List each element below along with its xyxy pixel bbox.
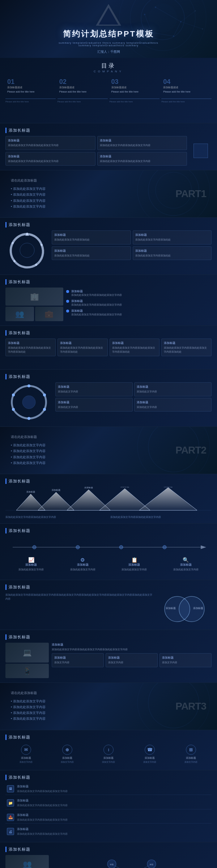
toc-num-3: 03: [111, 78, 119, 85]
slide11-content: 💻 📱 添加标题 添加此处添加文字内容添加此处添加文字内容添加此处添加文字内容 …: [5, 643, 212, 678]
slide9-icon-1: 📈: [18, 557, 44, 563]
svg-text:添加标题: 添加标题: [166, 607, 176, 609]
slide7-label-4: 添加标题 添加此处文字内容: [134, 398, 212, 412]
slide11-bottom: 添加标题 添加文字内容 添加标题 添加文字内容 添加标题 添加文字内容: [52, 653, 212, 667]
slide13-row-4: 🖨 添加标题 添加此处添加文字内容添加此处添加文字内容: [5, 826, 212, 838]
slide9-item-3: 📋 添加标题 添加此处添加文字内容: [122, 557, 147, 572]
slide6-title: 添加长标题: [5, 330, 212, 336]
svg-line-3: [156, 7, 181, 22]
slide12-icons: ✉ 添加标题 添加文字内容 ⊕ 添加标题 添加文字内容 ↕ 添加标题 添加文字内…: [5, 743, 212, 766]
slide8-title: 添加长标题: [5, 478, 212, 484]
slide-5: 添加长标题 🏢 👥 💼 添加标题 添加此处添加文字内容添加此处添加文字内容: [0, 275, 217, 326]
part3-add-title: 请在此处添加标题: [11, 691, 177, 695]
svg-marker-36: [139, 488, 197, 510]
svg-point-28: [12, 393, 15, 396]
slide7-title: 添加长标题: [5, 374, 212, 379]
slide-title: 简约计划总结PPT模板 summary templateGraduation t…: [0, 0, 217, 58]
slide11-photo-2: 📱: [5, 664, 49, 678]
svg-point-27: [12, 408, 15, 411]
part2-left: 请在此处添加标题 • 添加此处添加文字内容 • 添加此处添加文字内容 • 添加此…: [11, 435, 177, 466]
svg-point-13: [202, 29, 203, 30]
part3-left: 请在此处添加标题 • 添加此处添加文字内容 • 添加此处添加文字内容 • 添加此…: [11, 691, 177, 722]
svg-text:添加标题: 添加标题: [84, 487, 93, 489]
slide9-title: 添加长标题: [5, 528, 212, 533]
slide9-item-1: 📈 添加标题 添加此处添加文字内容: [18, 557, 44, 572]
slide12-item-1: ✉ 添加标题 添加文字内容: [5, 745, 47, 764]
part1-right: PART1: [177, 188, 206, 200]
slide7-label-1: 添加标题 添加此处文字内容: [55, 382, 133, 396]
slide11-box-2: 添加标题 添加文字内容: [106, 653, 158, 667]
slide-11: 添加长标题 💻 📱 添加标题 添加此处添加文字内容添加此处添加文字内容添加此处添…: [0, 630, 217, 682]
slide4-item-1: 添加标题 添加此处添加文字内容添加此处: [52, 230, 131, 244]
part2-divider: 请在此处添加标题 • 添加此处添加文字内容 • 添加此处添加文字内容 • 添加此…: [0, 427, 217, 474]
svg-text:添加标题: 添加标题: [52, 489, 60, 491]
part3-label: PART3: [175, 701, 206, 712]
slide11-texts: 添加标题 添加此处添加文字内容添加此处添加文字内容添加此处添加文字内容 添加标题…: [52, 643, 212, 678]
toc-item-2: 02 添加标题描述 Please add the title here: [58, 77, 108, 95]
part2-add-title: 请在此处添加标题: [11, 435, 177, 439]
slide9-item-4: 🔍 添加标题 添加此处添加文字内容: [173, 557, 199, 572]
toc-num-2: 02: [59, 78, 67, 85]
slide10-text: 添加此处添加文字内容添加此处添加文字内容添加此处添加文字内容添加此处添加文字内容…: [5, 593, 154, 625]
part1-bullets: • 添加此处添加文字内容 • 添加此处添加文字内容 • 添加此处添加文字内容 •…: [11, 186, 177, 209]
part1-divider: 请在此处添加标题 • 添加此处添加文字内容 • 添加此处添加文字内容 • 添加此…: [0, 170, 217, 217]
slide-3: 添加长标题 添加标题 添加此处添加文字内容添加此处添加文字内容 添加标题 添加此…: [0, 123, 217, 170]
slide-toc: 目录 COMPANY 01 添加标题描述 Please add the titl…: [0, 58, 217, 123]
toc-label-4: 添加标题描述: [163, 86, 178, 89]
slide6-item-4: 添加标题 添加此处添加文字内容添加此处添加文字内容添加此处: [161, 339, 212, 356]
svg-point-23: [27, 384, 30, 387]
svg-point-45: [33, 545, 36, 549]
slide12-item-3: ↕ 添加标题 添加文字内容: [88, 745, 129, 764]
svg-line-16: [181, 22, 203, 29]
slide8-text-2: 添加此处添加文字内容添加此处添加文字内容: [110, 515, 212, 519]
svg-line-15: [181, 11, 195, 22]
part2-bullets: • 添加此处添加文字内容 • 添加此处添加文字内容 • 添加此处添加文字内容 •…: [11, 442, 177, 466]
slide8-content: 添加标题 添加标题 添加标题 添加标题 添加标题 添加此处添加文字内容添加此处添…: [5, 487, 212, 519]
slide5-texts: 添加标题 添加此处添加文字内容添加此处添加文字内容 添加标题 添加此处添加文字内…: [66, 288, 212, 321]
svg-marker-44: [201, 545, 206, 549]
toc-placeholder-3: Please add the title here: [111, 90, 139, 93]
slide5-title: 添加长标题: [5, 279, 212, 285]
title-triangle: [96, 4, 121, 26]
slide3-diagram: [193, 144, 208, 158]
slide13-row-2: 📁 添加标题 添加此处添加文字内容添加此处添加文字内容: [5, 797, 212, 809]
svg-point-7: [155, 7, 156, 8]
slide3-box-3: 添加标题 添加此处添加文字内容添加此处添加文字内容: [5, 152, 95, 166]
svg-marker-33: [38, 492, 74, 510]
svg-text:标题: 标题: [149, 863, 153, 865]
slide14-content: 👥 🏢 添加 标题 标题 标题: [5, 855, 212, 868]
slide11-photo-1: 💻: [5, 643, 49, 663]
svg-point-22: [20, 243, 34, 258]
title-subtitle: summary templateGraduation thesis summar…: [54, 42, 163, 47]
slide4-item-4: 添加标题 添加此处添加文字内容添加此处: [133, 246, 212, 260]
svg-point-12: [195, 10, 196, 12]
svg-text:添加标题: 添加标题: [26, 491, 35, 493]
slide5-timeline: 添加标题 添加此处添加文字内容添加此处添加文字内容 添加标题 添加此处添加文字内…: [66, 288, 212, 320]
toc-label-2: 添加标题描述: [59, 86, 75, 89]
slide13-row3-icon: 📤: [7, 814, 14, 821]
slide-6: 添加长标题 添加标题 添加此处添加文字内容添加此处添加文字内容添加此处 添加标题…: [0, 326, 217, 369]
slide-12: 添加长标题 ✉ 添加标题 添加文字内容 ⊕ 添加标题 添加文字内容 ↕ 添加标题…: [0, 730, 217, 770]
slide14-photos: 👥 🏢: [5, 855, 49, 868]
svg-text:标题: 标题: [110, 863, 114, 865]
slide10-venn: 添加标题 添加标题: [157, 593, 212, 625]
slide4-item-2: 添加标题 添加此处添加文字内容添加此处: [133, 230, 212, 244]
slide5-photo-3: 💼: [35, 307, 64, 321]
slide12-icon-1: ✉: [21, 745, 31, 755]
svg-line-5: [152, 33, 174, 36]
slide-9: 添加长标题 📈 添加标题 添加此处添加文字内容 ⚙ 添加标题 添加此处添加文字内…: [0, 524, 217, 580]
slide5-item-1: 添加标题 添加此处添加文字内容添加此处添加文字内容: [66, 289, 212, 297]
slide13-row-3: 📤 添加标题 添加此处添加文字内容添加此处添加文字内容: [5, 812, 212, 824]
slide9-icon-4: 🔍: [173, 557, 199, 563]
svg-point-8: [180, 21, 182, 22]
slide-8: 添加长标题 添加标题 添加标题 添加标题 添加标题 添加标题: [0, 474, 217, 523]
svg-point-11: [144, 14, 145, 15]
title-presenter: 汇报人：千图网: [97, 50, 120, 54]
part2-right: PART2: [177, 444, 206, 456]
part3-bullets: • 添加此处添加文字内容 • 添加此处添加文字内容 • 添加此处添加文字内容 •…: [11, 698, 177, 722]
toc-extra-2: Please add the title here: [58, 101, 108, 103]
toc-divider-row: [5, 98, 212, 99]
slide9-labels: 📈 添加标题 添加此处添加文字内容 ⚙ 添加标题 添加此处添加文字内容 📋 添加…: [5, 557, 212, 572]
slide3-content: 添加标题 添加此处添加文字内容添加此处添加文字内容 添加标题 添加此处添加文字内…: [5, 136, 212, 166]
svg-point-9: [173, 35, 174, 37]
